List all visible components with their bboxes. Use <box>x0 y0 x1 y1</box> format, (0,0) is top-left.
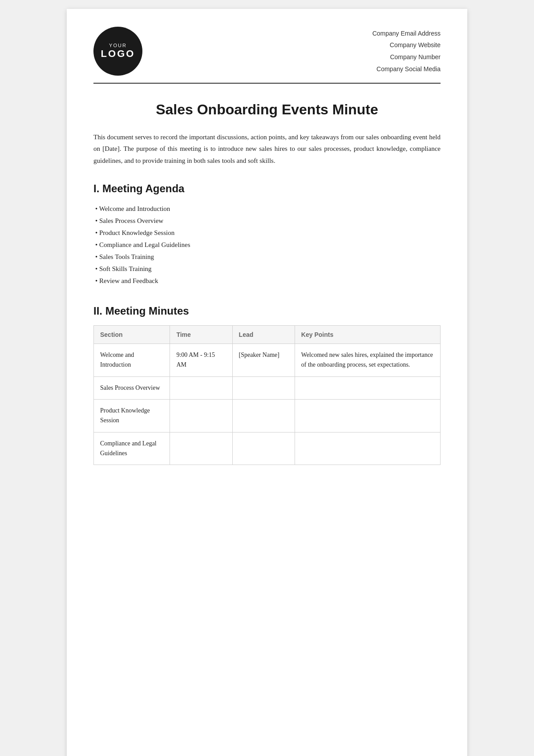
table-row: Compliance and Legal Guidelines <box>94 432 441 465</box>
row4-lead <box>232 432 295 465</box>
row2-lead <box>232 376 295 399</box>
minutes-table: Section Time Lead Key Points Welcome and… <box>93 325 441 465</box>
row2-keypoints <box>295 376 440 399</box>
company-number: Company Number <box>372 51 441 63</box>
row1-time: 9:00 AM - 9:15 AM <box>170 344 232 376</box>
intro-paragraph: This document serves to record the impor… <box>93 131 441 166</box>
col-header-section: Section <box>94 325 170 344</box>
company-social: Company Social Media <box>372 63 441 75</box>
agenda-item-3: Product Knowledge Session <box>93 227 441 239</box>
row3-lead <box>232 399 295 432</box>
header: YOUR LOGO Company Email Address Company … <box>93 27 441 76</box>
agenda-item-6: Soft Skills Training <box>93 263 441 275</box>
document-title: Sales Onboarding Events Minute <box>93 101 441 118</box>
logo-line2: LOGO <box>101 48 135 60</box>
row4-section: Compliance and Legal Guidelines <box>94 432 170 465</box>
table-row: Sales Process Overview <box>94 376 441 399</box>
company-email: Company Email Address <box>372 28 441 40</box>
row4-keypoints <box>295 432 440 465</box>
agenda-heading: I. Meeting Agenda <box>93 182 441 195</box>
document-page: YOUR LOGO Company Email Address Company … <box>67 9 467 756</box>
row1-section: Welcome and Introduction <box>94 344 170 376</box>
table-row: Product Knowledge Session <box>94 399 441 432</box>
row2-time <box>170 376 232 399</box>
agenda-item-4: Compliance and Legal Guidelines <box>93 239 441 251</box>
logo-line1: YOUR <box>109 43 127 48</box>
minutes-heading: II. Meeting Minutes <box>93 305 441 317</box>
company-logo: YOUR LOGO <box>93 27 142 76</box>
row1-lead: [Speaker Name] <box>232 344 295 376</box>
col-header-time: Time <box>170 325 232 344</box>
header-divider <box>93 83 441 84</box>
row4-time <box>170 432 232 465</box>
table-row: Welcome and Introduction 9:00 AM - 9:15 … <box>94 344 441 376</box>
agenda-item-7: Review and Feedback <box>93 275 441 287</box>
company-website: Company Website <box>372 39 441 51</box>
row3-keypoints <box>295 399 440 432</box>
row1-keypoints: Welcomed new sales hires, explained the … <box>295 344 440 376</box>
agenda-item-2: Sales Process Overview <box>93 215 441 227</box>
contact-info: Company Email Address Company Website Co… <box>372 28 441 75</box>
agenda-item-1: Welcome and Introduction <box>93 203 441 215</box>
col-header-keypoints: Key Points <box>295 325 440 344</box>
col-header-lead: Lead <box>232 325 295 344</box>
row2-section: Sales Process Overview <box>94 376 170 399</box>
table-header-row: Section Time Lead Key Points <box>94 325 441 344</box>
agenda-list: Welcome and Introduction Sales Process O… <box>93 203 441 287</box>
row3-section: Product Knowledge Session <box>94 399 170 432</box>
row3-time <box>170 399 232 432</box>
agenda-item-5: Sales Tools Training <box>93 251 441 263</box>
